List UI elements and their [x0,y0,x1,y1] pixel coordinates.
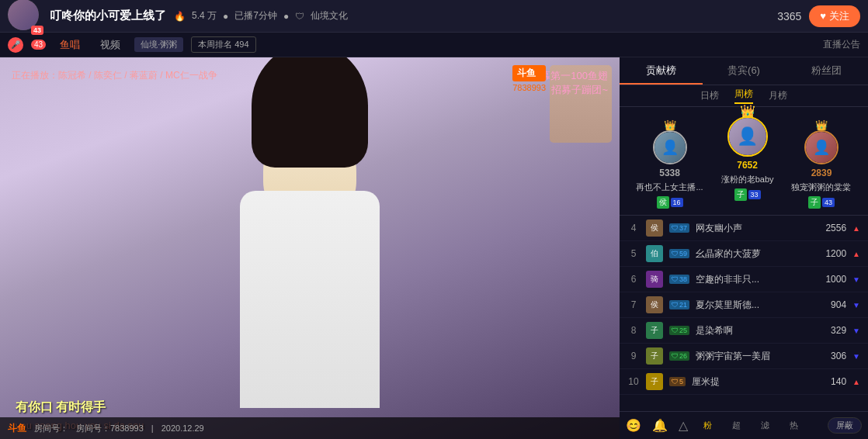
main-content: 正在播放：陈冠希 / 陈奕仁 / 蒋蓝蔚 / MC仁一战争 月弹幕第一100鱼翅… [0,57,868,439]
podium-score-1: 7652 [737,160,758,171]
bottom-room-label: 房间号： [34,423,68,434]
rank-5: 5 [627,248,640,259]
user-name-8: 是染希啊 [696,324,825,337]
lv-label[interactable]: 滤 [756,418,774,433]
tab-fans[interactable]: 粉丝团 [785,57,868,85]
chao-label[interactable]: 超 [727,418,745,433]
sidebar: 贡献榜 贵宾(6) 粉丝团 日榜 周榜 月榜 👑 👤 [620,57,868,439]
arrow-6: ▼ [852,275,860,284]
rank-8: 8 [627,325,640,336]
level-badge-4: 🛡 37 [669,223,689,233]
header-stats: 🔥 5.4 万 ● 已播7分钟 ● 🛡 仙境文化 [174,9,348,22]
level-badge-10: 🛡 5 [669,377,686,386]
points-10: 140 [831,376,846,387]
level-badge-8: 🛡 25 [669,326,689,335]
bottom-room-id: 房间号：7838993 [76,423,144,434]
level-num-8: 25 [679,327,687,334]
list-item: 7 侯 🛡 21 夏尔莫里斯德... 904 ▼ [620,292,868,318]
tab-contribution[interactable]: 贡献榜 [620,57,703,85]
separator-bar: | [151,423,154,433]
separator2: ● [283,11,289,22]
shield-lv-6: 🛡 [672,275,679,283]
shield-lv-8: 🛡 [672,327,679,334]
list-item: 9 子 🛡 26 粥粥宇宙第一美眉 306 ▼ [620,344,868,369]
figure-body [240,191,380,408]
org-name: 仙境文化 [311,9,348,22]
shield-lv-5: 🛡 [672,250,679,258]
triangle-icon[interactable]: △ [679,418,688,433]
fire-icon: 🔥 [174,11,186,22]
avatar-inner-3: 👤 [806,132,837,163]
emoji-icon[interactable]: 😊 [626,418,641,433]
user-icon-5: 伯 [646,245,663,262]
heat-value: 5.4 万 [192,9,217,22]
badge-num-1: 33 [748,190,761,199]
points-8: 329 [831,325,846,336]
podium-score-2: 5338 [659,168,680,178]
arrow-8: ▼ [852,327,860,335]
podium-score-3: 2839 [811,168,832,178]
rank-7: 7 [627,299,640,310]
rank-6: 6 [627,274,640,285]
tab-guest[interactable]: 贵宾(6) [703,57,786,85]
user-name-7: 夏尔莫里斯德... [696,299,825,312]
live-badge: 43 [31,26,43,35]
podium-top3: 👑 👤 5338 再也不上女主播... 侯 16 👑 [620,107,868,216]
arrow-10: ▲ [852,378,860,386]
sub-header: 🎤 43 鱼唱 视频 仙境·粥粥 本周排名 494 直播公告 [0,33,868,57]
points-6: 1000 [825,274,846,285]
subtab-daily[interactable]: 日榜 [700,89,719,102]
list-item: 6 骑 🛡 38 空趣的非非只... 1000 ▼ [620,267,868,292]
level-badge-6: 🛡 38 [669,275,689,284]
streamer-figure [186,129,434,408]
rank-9: 9 [627,351,640,361]
list-item: 10 子 🛡 5 厘米提 140 ▲ [620,369,868,395]
rank-10: 10 [627,376,640,387]
subtab-monthly[interactable]: 月榜 [769,89,787,102]
douyutv-badge: 斗鱼 7838993 [512,65,546,92]
user-icon-4: 侯 [646,220,663,237]
follow-button[interactable]: 关注 [809,5,860,27]
screen-button[interactable]: 屏蔽 [828,417,862,434]
podium-rank1: 👑 👤 7652 涨粉的老baby 子 33 [721,116,774,201]
list-item: 8 子 🛡 25 是染希啊 329 ▼ [620,318,868,344]
lyrics-main: 有你口 有时得手 [16,399,106,416]
avatar-inner-1: 👤 [729,118,766,155]
re-label[interactable]: 热 [785,418,803,433]
bottom-date: 2020.12.29 [161,423,204,433]
room-id-overlay: 7838993 [512,83,546,92]
subtab-weekly[interactable]: 周榜 [734,88,753,104]
level-badge-9: 🛡 26 [669,351,689,361]
podium-badges-1: 子 33 [734,188,761,201]
user-icon-10: 子 [646,373,663,390]
podium-name-2: 再也不上女主播... [636,181,703,193]
rank-4: 4 [627,223,640,233]
list-item: 4 侯 🛡 37 网友幽小声 2556 ▲ [620,216,868,241]
shield-lv-7: 🛡 [672,301,679,309]
sidebar-bottom-toolbar: 😊 🔔 △ 粉 超 滤 热 屏蔽 [620,411,868,439]
points-7: 904 [831,299,846,310]
weekly-rank-tag: 本周排名 494 [191,36,255,53]
podium-rank3: 👑 👤 2839 独宠粥粥的棠棠 子 43 [791,130,851,209]
tab-video[interactable]: 视频 [94,36,127,54]
sb-icon-group: 😊 🔔 △ 粉 超 滤 热 [626,418,803,433]
badge-num-3: 43 [822,198,835,207]
bell-icon[interactable]: 🔔 [652,418,668,433]
fen-label[interactable]: 粉 [699,418,717,433]
badge-icon-1a: 子 [734,188,747,201]
podium-name-1: 涨粉的老baby [721,174,774,185]
points-4: 2556 [825,223,846,233]
separator: ● [223,11,228,22]
broadcast-notice-link[interactable]: 直播公告 [823,38,860,51]
streamer-name: 叮咚你的小可爱上线了 [50,9,166,23]
bottom-brand: 斗鱼 [8,422,26,435]
user-icon-7: 侯 [646,296,663,313]
tab-singing[interactable]: 鱼唱 [54,36,86,54]
list-item: 5 伯 🛡 59 幺晶家的大菠萝 1200 ▲ [620,241,868,267]
user-icon-9: 子 [646,347,663,365]
now-playing-text: 正在播放：陈冠希 / 陈奕仁 / 蒋蓝蔚 / MC仁一战争 [12,69,217,82]
figure-hair [252,57,368,168]
streamer-avatar-container: 43 [8,0,42,33]
user-icon-8: 子 [646,322,663,339]
points-9: 306 [831,351,846,361]
